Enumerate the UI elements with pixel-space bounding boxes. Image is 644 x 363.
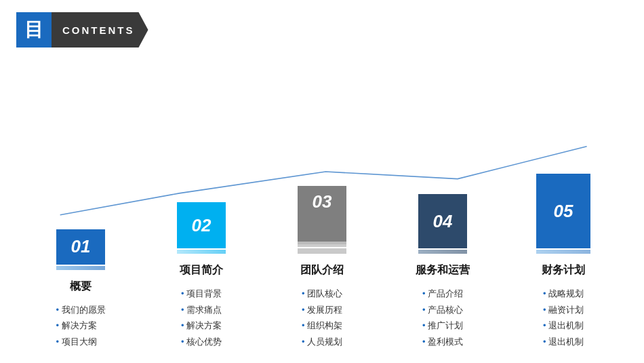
- step-1-num-box: 01: [56, 229, 105, 265]
- list-item: 项目大纲: [56, 334, 105, 349]
- step-3-list: 团队核心 发展历程 组织构架 人员规划: [302, 286, 342, 349]
- step-2-title: 项目简介: [180, 263, 223, 278]
- step-2-bottom: 项目简介 项目背景 需求痛点 解决方案 核心优势: [180, 263, 223, 349]
- step-5-title: 财务计划: [542, 263, 585, 278]
- step-1: 01 概要 我们的愿景 解决方案 项目大纲: [20, 229, 141, 349]
- step-4-bottom: 服务和运营 产品介绍 产品核心 推广计划 盈利模式: [416, 263, 470, 349]
- step-3: 03 团队介绍 团队核心 发展历程 组织构架 人员规划: [262, 186, 382, 349]
- step-5-bottom: 财务计划 战略规划 融资计划 退出机制 退出机制: [542, 263, 585, 349]
- step-5-num-box: 05: [536, 174, 590, 248]
- step-2-stripe: [177, 250, 226, 254]
- list-item: 项目背景: [181, 286, 222, 301]
- step-1-list: 我们的愿景 解决方案 项目大纲: [56, 302, 105, 349]
- step-5-list: 战略规划 融资计划 退出机制 退出机制: [543, 286, 584, 349]
- step-4-num-box: 04: [418, 194, 467, 248]
- step-2-num-block: 02: [177, 202, 226, 254]
- step-1-num-block: 01: [56, 229, 105, 270]
- list-item: 盈利模式: [422, 334, 463, 349]
- header: 目 CONTENTS: [0, 0, 644, 60]
- list-item: 发展历程: [302, 302, 342, 318]
- list-item: 退出机制: [543, 334, 584, 349]
- step-1-bottom: 概要 我们的愿景 解决方案 项目大纲: [56, 280, 105, 349]
- step-2-num-box: 02: [177, 202, 226, 248]
- list-item: 产品介绍: [422, 286, 463, 301]
- step-5-stripe: [536, 250, 590, 254]
- list-item: 融资计划: [543, 302, 584, 318]
- step-3-bottom: 团队介绍 团队核心 发展历程 组织构架 人员规划: [300, 263, 344, 349]
- list-item: 需求痛点: [181, 302, 222, 318]
- list-item: 解决方案: [56, 318, 105, 333]
- step-3-num-block: 03: [298, 186, 346, 254]
- main-content: 01 概要 我们的愿景 解决方案 项目大纲 02: [0, 60, 644, 363]
- step-5-num-block: 05: [536, 174, 590, 254]
- list-item: 组织构架: [302, 318, 342, 333]
- step-3-num-box: 03: [298, 186, 346, 247]
- step-3-stripe: [298, 248, 346, 254]
- steps-container: 01 概要 我们的愿景 解决方案 项目大纲 02: [20, 66, 624, 349]
- step-4: 04 服务和运营 产品介绍 产品核心 推广计划 盈利模式: [382, 194, 503, 349]
- list-item: 团队核心: [302, 286, 342, 301]
- list-item: 产品核心: [422, 302, 463, 318]
- step-2-list: 项目背景 需求痛点 解决方案 核心优势: [181, 286, 222, 349]
- step-1-stripe: [56, 266, 105, 270]
- list-item: 人员规划: [302, 334, 342, 349]
- header-title: CONTENTS: [52, 12, 148, 47]
- step-4-stripe: [418, 250, 467, 254]
- list-item: 核心优势: [181, 334, 222, 349]
- list-item: 推广计划: [422, 318, 463, 333]
- step-1-title: 概要: [70, 280, 92, 294]
- list-item: 我们的愿景: [56, 302, 105, 318]
- list-item: 解决方案: [181, 318, 222, 333]
- step-2: 02 项目简介 项目背景 需求痛点 解决方案 核心优势: [141, 202, 262, 349]
- step-5: 05 财务计划 战略规划 融资计划 退出机制 退出机制: [503, 174, 624, 349]
- list-item: 战略规划: [543, 286, 584, 301]
- step-4-num-block: 04: [418, 194, 467, 254]
- header-arrow: CONTENTS: [52, 12, 148, 47]
- step-4-list: 产品介绍 产品核心 推广计划 盈利模式: [422, 286, 463, 349]
- step-3-title: 团队介绍: [300, 263, 344, 278]
- list-item: 退出机制: [543, 318, 584, 333]
- header-icon: 目: [16, 12, 52, 47]
- step-4-title: 服务和运营: [416, 263, 470, 278]
